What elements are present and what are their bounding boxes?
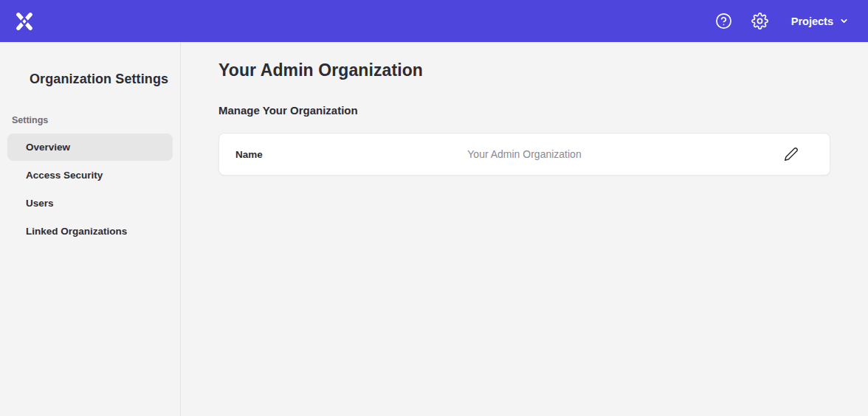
- settings-sidebar: Organization Settings Settings Overview …: [0, 42, 181, 416]
- sidebar-item-users[interactable]: Users: [7, 190, 173, 217]
- name-field-label: Name: [235, 149, 263, 160]
- help-button[interactable]: [715, 13, 733, 30]
- mixpanel-logo-icon[interactable]: [15, 12, 34, 31]
- sidebar-title: Organization Settings: [0, 42, 180, 87]
- help-circle-icon: [715, 13, 732, 30]
- projects-menu-button[interactable]: Projects: [791, 15, 849, 27]
- name-field-value: Your Admin Organization: [467, 148, 581, 160]
- name-field-card: Name Your Admin Organization: [218, 133, 830, 176]
- pencil-icon: [784, 147, 799, 162]
- projects-menu-label: Projects: [791, 15, 833, 27]
- settings-button[interactable]: [751, 13, 769, 30]
- sidebar-item-access-security[interactable]: Access Security: [7, 162, 173, 189]
- sidebar-item-linked-organizations[interactable]: Linked Organizations: [7, 218, 173, 245]
- page-title: Your Admin Organization: [218, 60, 830, 80]
- sidebar-nav: Overview Access Security Users Linked Or…: [7, 134, 173, 245]
- sidebar-section-label: Settings: [12, 115, 180, 125]
- chevron-down-icon: [839, 16, 849, 26]
- section-title: Manage Your Organization: [218, 104, 830, 117]
- main-content: Your Admin Organization Manage Your Orga…: [181, 42, 868, 416]
- gear-icon: [751, 13, 768, 30]
- edit-name-button[interactable]: [782, 145, 800, 163]
- top-nav-bar: Projects: [0, 0, 868, 42]
- sidebar-item-overview[interactable]: Overview: [7, 134, 173, 161]
- topbar-actions: Projects: [697, 13, 849, 30]
